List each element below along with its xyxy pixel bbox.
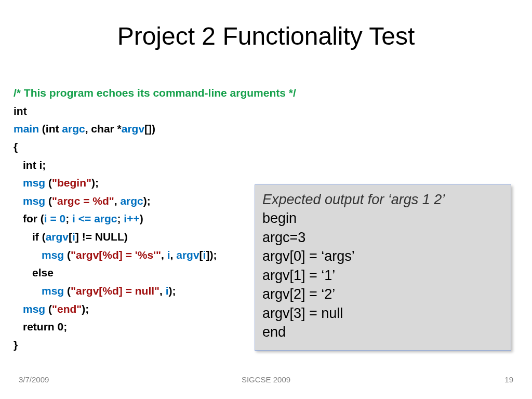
code-for: for (i = 0; i <= argc; i++) xyxy=(14,210,258,228)
slide: Project 2 Functionality Test /* This pro… xyxy=(0,0,532,399)
code-int-i: int i; xyxy=(14,156,258,175)
slide-title: Project 2 Functionality Test xyxy=(0,0,532,56)
code-msg-argv-null: msg ("argv[%d] = null", i); xyxy=(14,282,258,300)
output-line: begin xyxy=(262,209,503,228)
output-line: argv[1] = ‘1’ xyxy=(262,266,503,285)
code-msg-argc: msg ("argc = %d", argc); xyxy=(14,192,258,210)
code-return: return 0; xyxy=(14,318,258,336)
code-comment: /* This program echoes its command-line … xyxy=(14,84,258,102)
code-if: if (argv[i] != NULL) xyxy=(14,228,258,246)
code-brace-close: } xyxy=(14,336,258,354)
expected-output-box: Expected output for ‘args 1 2’ begin arg… xyxy=(255,184,511,351)
footer-page-number: 19 xyxy=(504,375,513,384)
code-msg-end: msg ("end"); xyxy=(14,300,258,318)
code-int: int xyxy=(14,102,258,121)
output-line: argv[3] = null xyxy=(262,304,503,323)
output-line: argv[2] = ‘2’ xyxy=(262,285,503,303)
code-block: /* This program echoes its command-line … xyxy=(14,84,258,354)
output-line: argv[0] = ‘args’ xyxy=(262,247,503,265)
code-else: else xyxy=(14,264,258,282)
code-msg-argv-idx: msg ("argv[%d] = '%s'", i, argv[i]); xyxy=(14,246,258,264)
output-title: Expected output for ‘args 1 2’ xyxy=(262,190,503,209)
code-msg-begin: msg ("begin"); xyxy=(14,174,258,192)
code-brace-open: { xyxy=(14,138,258,156)
output-line: end xyxy=(262,323,503,341)
output-line: argc=3 xyxy=(262,228,503,247)
footer-date: 3/7/2009 xyxy=(19,375,49,384)
footer-venue: SIGCSE 2009 xyxy=(242,375,290,384)
code-main-signature: main (int argc, char *argv[]) xyxy=(14,120,258,138)
slide-footer: 3/7/2009 SIGCSE 2009 19 xyxy=(0,375,532,390)
